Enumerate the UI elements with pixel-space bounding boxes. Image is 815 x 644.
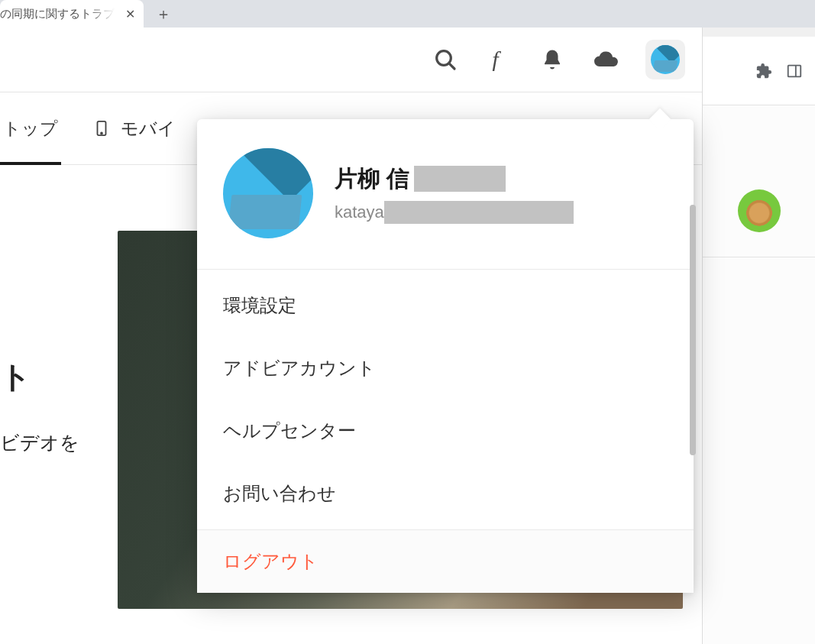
user-email: kataya — [335, 201, 668, 224]
user-name-visible: 片柳 信 — [335, 163, 409, 195]
browser-tab-title: の同期に関するトラブ — [0, 7, 118, 21]
menu-item-adobe-account[interactable]: アドビアカウント — [197, 337, 694, 400]
nav-top-label: トップ — [3, 117, 58, 141]
logout-section: ログアウト — [197, 529, 694, 593]
cloud-icon[interactable] — [592, 46, 619, 73]
browser-tab-strip: の同期に関するトラブ ✕ ＋ — [0, 0, 815, 28]
browser-tab[interactable]: の同期に関するトラブ ✕ — [0, 0, 144, 28]
nav-top[interactable]: トップ — [0, 92, 61, 165]
svg-point-6 — [101, 133, 102, 134]
redacted-email — [384, 201, 574, 224]
nav-mobile-label: モバイ — [121, 117, 176, 141]
bell-icon[interactable] — [538, 46, 566, 73]
menu-item-preferences[interactable]: 環境設定 — [197, 274, 694, 337]
sidepanel-icon[interactable] — [786, 63, 803, 79]
extensions-icon[interactable] — [755, 63, 772, 79]
app-container: f トップ モバイ ト ビデオを — [0, 28, 703, 644]
tab-close-icon[interactable]: ✕ — [124, 8, 136, 20]
user-email-visible: kataya — [335, 202, 384, 222]
divider — [699, 257, 815, 257]
svg-line-3 — [449, 63, 454, 69]
nav-mobile[interactable]: モバイ — [92, 92, 176, 165]
avatar-icon — [651, 45, 680, 74]
menu-item-contact[interactable]: お問い合わせ — [197, 462, 694, 525]
profile-header: 片柳 信 kataya — [197, 119, 694, 270]
secondary-avatar[interactable] — [738, 189, 781, 232]
user-info: 片柳 信 kataya — [335, 163, 668, 224]
app-topbar: f — [0, 28, 702, 92]
profile-menu-popover: 片柳 信 kataya 環境設定 アドビアカウント ヘルプセンター お問い合わせ… — [197, 119, 694, 593]
profile-menu-list: 環境設定 アドビアカウント ヘルプセンター お問い合わせ — [197, 270, 694, 529]
mobile-icon — [92, 113, 112, 144]
svg-rect-0 — [788, 65, 801, 76]
browser-toolbar — [700, 37, 815, 105]
menu-item-help-center[interactable]: ヘルプセンター — [197, 400, 694, 462]
page-side-text: ト ビデオを — [0, 356, 79, 455]
redacted-name — [414, 166, 506, 192]
svg-text:f: f — [492, 48, 501, 71]
new-tab-button[interactable]: ＋ — [153, 3, 174, 24]
subtext-fragment: ビデオを — [0, 430, 79, 455]
profile-button[interactable] — [645, 40, 685, 79]
search-icon[interactable] — [432, 46, 459, 73]
fonts-icon[interactable]: f — [485, 46, 513, 73]
right-sidebar — [703, 105, 815, 644]
profile-avatar-icon — [223, 148, 313, 238]
user-name: 片柳 信 — [335, 163, 668, 195]
menu-item-logout[interactable]: ログアウト — [197, 530, 694, 593]
heading-fragment: ト — [0, 356, 79, 398]
scrollbar[interactable] — [690, 205, 696, 455]
